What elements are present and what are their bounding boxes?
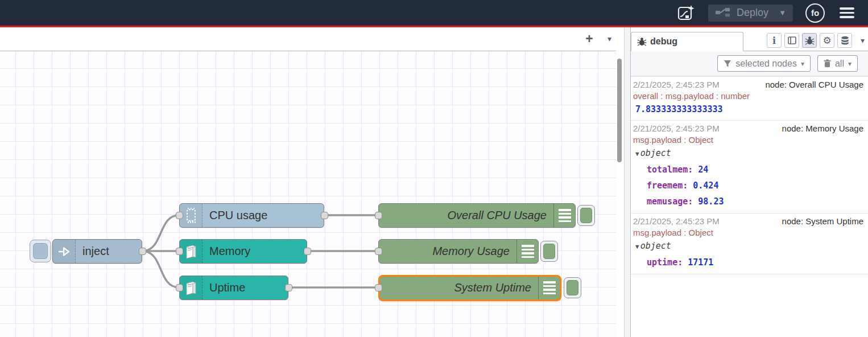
flow-assistant-icon[interactable] <box>676 5 696 22</box>
debug-toggle-button[interactable] <box>564 277 581 298</box>
inject-icon <box>53 240 76 263</box>
server-tower-icon <box>180 240 202 263</box>
sidebar-info-button[interactable]: i <box>767 33 782 48</box>
funnel-icon <box>724 60 731 68</box>
sidebar-help-button[interactable] <box>784 33 799 48</box>
node-label: Overall CPU Usage <box>379 204 553 227</box>
port-debug-memory-in[interactable] <box>375 248 382 255</box>
node-cpu-usage[interactable]: CPU usage <box>179 203 324 228</box>
message-node-name: node: Overall CPU Usage <box>765 79 863 91</box>
port-memory-out[interactable] <box>304 248 311 255</box>
debug-filter-label: selected nodes <box>735 59 797 69</box>
port-debug-uptime-in[interactable] <box>375 284 382 291</box>
message-timestamp: 2/21/2025, 2:45:23 PM <box>633 79 720 91</box>
port-debug-cpu-in[interactable] <box>375 212 382 219</box>
add-flow-button[interactable]: + <box>582 32 597 47</box>
node-red-app: Deploy ▼ fo + ▾ <box>0 0 868 337</box>
object-expander-icon[interactable]: ▼ <box>635 243 639 250</box>
wire-inject-cpu[interactable] <box>142 215 179 251</box>
object-expander-icon[interactable]: ▼ <box>635 150 639 158</box>
port-uptime-out[interactable] <box>285 284 292 291</box>
message-node-name: node: Memory Usage <box>782 123 863 134</box>
port-memory-in[interactable] <box>176 248 183 255</box>
node-label: System Uptime <box>380 277 538 299</box>
message-property: msg.payload : Object <box>633 227 863 239</box>
debug-toggle-state <box>580 208 592 223</box>
flow-list-caret-icon[interactable]: ▾ <box>607 34 611 43</box>
debug-message[interactable]: 2/21/2025, 2:45:23 PM node: Memory Usage… <box>631 121 868 213</box>
node-memory[interactable]: Memory <box>179 239 307 264</box>
debug-toggle-button[interactable] <box>540 241 558 262</box>
object-label: object <box>640 241 671 251</box>
node-debug-memory[interactable]: Memory Usage <box>378 239 539 264</box>
node-uptime[interactable]: Uptime <box>179 276 288 300</box>
node-debug-overall-cpu[interactable]: Overall CPU Usage <box>378 203 576 228</box>
bug-icon <box>637 37 647 46</box>
debug-message[interactable]: 2/21/2025, 2:45:23 PM node: System Uptim… <box>631 213 868 274</box>
debug-message-list: 2/21/2025, 2:45:23 PM node: Overall CPU … <box>631 76 868 274</box>
message-property: msg.payload : Object <box>633 134 863 146</box>
main-menu-icon[interactable] <box>837 5 857 20</box>
port-cpu-in[interactable] <box>176 212 183 219</box>
debug-console-icon <box>553 204 575 227</box>
deploy-label: Deploy <box>737 7 768 19</box>
wire-inject-uptime[interactable] <box>142 251 179 287</box>
debug-filter-button[interactable]: selected nodes ▾ <box>717 55 811 72</box>
sidebar-tabs-caret-icon[interactable]: ▾ <box>861 36 865 45</box>
debug-console-icon <box>516 240 538 263</box>
cpu-chip-icon <box>180 204 202 227</box>
deploy-caret-icon[interactable]: ▼ <box>774 9 786 17</box>
object-field: memusage98.23 <box>633 194 863 209</box>
sidebar-panel: debug i <box>631 27 868 337</box>
node-label: Uptime <box>202 276 288 299</box>
canvas-vertical-scrollbar[interactable] <box>617 59 622 162</box>
inject-trigger-button[interactable] <box>30 240 51 262</box>
debug-toggle-button[interactable] <box>577 205 595 226</box>
message-value: 7.833333333333333 <box>633 102 863 117</box>
flow-canvas[interactable]: inject CPU usage <box>0 51 616 337</box>
node-inject[interactable]: inject <box>52 239 142 264</box>
node-label: inject <box>76 240 142 263</box>
debug-clear-button[interactable]: all ▾ <box>817 55 858 72</box>
sidebar-config-button[interactable]: ⚙ <box>820 33 834 48</box>
inject-trigger-button-inner <box>33 243 48 259</box>
clear-caret-icon: ▾ <box>848 60 852 68</box>
database-icon <box>840 36 850 46</box>
debug-toggle-state <box>567 280 578 295</box>
node-label: CPU usage <box>202 204 324 227</box>
node-debug-uptime[interactable]: System Uptime <box>378 275 561 301</box>
avatar-initials: fo <box>811 8 819 18</box>
port-cpu-out[interactable] <box>321 212 328 219</box>
book-icon <box>787 36 797 45</box>
node-label: Memory Usage <box>379 240 516 263</box>
port-uptime-in[interactable] <box>176 284 183 291</box>
sidebar-context-button[interactable] <box>837 33 852 48</box>
tab-debug[interactable]: debug <box>631 32 743 51</box>
debug-console-icon <box>538 277 560 299</box>
message-timestamp: 2/21/2025, 2:45:23 PM <box>633 216 720 227</box>
tab-debug-label: debug <box>650 36 677 47</box>
flow-tabstrip: + ▾ <box>0 27 616 51</box>
gear-icon: ⚙ <box>822 35 831 47</box>
filter-caret-icon: ▾ <box>801 60 804 68</box>
sidebar-tabrow: debug i <box>631 27 868 51</box>
object-field: uptime17171 <box>633 254 863 270</box>
debug-toolbar: selected nodes ▾ all ▾ <box>631 51 868 76</box>
header-bar: Deploy ▼ fo <box>0 0 868 26</box>
bug-icon <box>805 36 815 45</box>
info-icon: i <box>772 35 776 46</box>
message-timestamp: 2/21/2025, 2:45:23 PM <box>633 123 720 134</box>
object-label: object <box>640 148 671 158</box>
port-inject-out[interactable] <box>139 248 146 255</box>
object-field: totalmem24 <box>633 162 863 178</box>
user-avatar[interactable]: fo <box>805 3 825 23</box>
sidebar-debug-button[interactable] <box>802 33 817 48</box>
message-property: overall : msg.payload : number <box>633 91 863 102</box>
debug-message[interactable]: 2/21/2025, 2:45:23 PM node: Overall CPU … <box>631 77 868 121</box>
message-node-name: node: System Uptime <box>782 216 863 227</box>
deploy-icon <box>715 7 731 19</box>
deploy-button[interactable]: Deploy ▼ <box>708 5 793 22</box>
object-field: freemem0.424 <box>633 178 863 194</box>
trash-icon <box>824 59 831 68</box>
sidebar-splitter[interactable] <box>624 27 631 337</box>
